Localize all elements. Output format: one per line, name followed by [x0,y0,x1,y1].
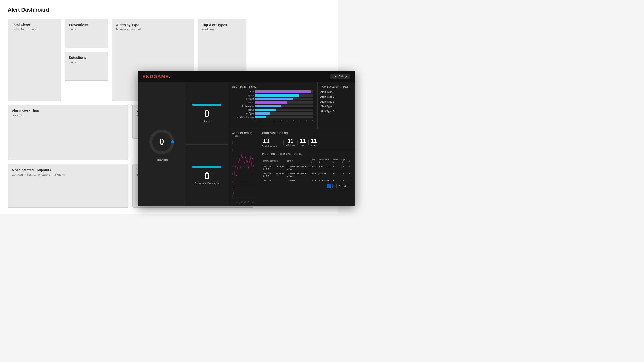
top5-list: Alert Type 1Alert Type 2Alert Type 3Aler… [320,90,352,113]
svg-text:Aug 04: Aug 04 [236,201,237,204]
sort-icon-username[interactable]: ⬍ [319,161,320,163]
bar-label-elasticsearch: elasticsearch [232,105,254,107]
page-button-2[interactable]: 2 [332,184,336,188]
endgame-header: ENDGAME. Last 7 days [138,71,355,82]
pagination: 1234 › [262,183,351,189]
cell-price-1: 69 [332,171,340,178]
metrics-col: 0 Threats 0 Adversary Behaviors [186,82,228,206]
threats-metric: 0 Threats [186,82,228,145]
total-endpoints: 11 Total Endpoints [262,137,277,147]
bar-chart: apmx-packlogstashbeatselasticsearchkiban… [232,90,314,118]
preventions-panel: Preventions metric [65,19,108,48]
sort-icon-cost[interactable]: ⬍ [310,161,312,163]
cell-timestamp-1: 2019-08-02T22:08:51-04:00 [262,171,286,178]
cell-age-0: 32 [340,164,348,171]
svg-text:Aug 06: Aug 06 [242,201,243,204]
bar-row-swiftype: swiftype [232,112,314,115]
cell-time-0: 2019-08-02T18:03:51-04:00 [286,164,310,171]
table-row: 2019-08-02T18:03:51-04:002019-08-02T18:0… [262,164,351,171]
bar-row-beats: beats [232,101,314,104]
cell-cost-0: 32.59 [310,164,318,171]
bar-fill-elasticsearch [255,105,281,107]
cell-cost-1: 34.68 [310,171,318,178]
logo-dot: . [169,74,170,79]
svg-text:Aug 07: Aug 07 [244,201,246,204]
table-body: 2019-08-02T18:03:51-04:002019-08-02T18:0… [262,164,351,183]
bar-label-logstash: logstash [232,98,254,100]
page-button-1[interactable]: 1 [327,184,331,188]
sort-icon-age[interactable]: ⬍ [342,161,343,163]
bar-row-logstash: logstash [232,98,314,100]
col-username: username ⬍ [318,158,332,164]
svg-text:50: 50 [232,172,233,175]
sort-icon-time[interactable]: ⬍ [292,160,294,162]
svg-text:60: 60 [232,164,233,168]
most-infected-panel-bg: Most Infected Endpoints alert count, hos… [8,164,128,208]
top5-section: TOP 5 ALERT TYPES Alert Type 1Alert Type… [318,82,355,129]
col-timestamp: @timestamp ⬍ [262,158,286,164]
bar-track-elasticsearch [255,105,314,107]
line-chart-svg: 90 80 70 60 50 40 30 20 [232,140,254,205]
sort-icon-price[interactable]: ⬍ [333,161,335,163]
page-button-3[interactable]: 3 [338,184,342,188]
endpoints-row: 11 Total Endpoints | 11 Windows | 11 [262,137,351,147]
adversary-bar [192,166,222,168]
donut-center: 0 [159,138,164,146]
bar-label-kibana: kibana [232,109,254,111]
bar-fill-logstash [255,98,293,100]
cell-age-2: 16 [340,178,348,183]
most-infected-table: @timestamp ⬍ time ⬍ cost ⬍ username ⬍ pr… [262,158,351,183]
top5-item-3: Alert Type 4 [320,105,352,108]
page-button-4[interactable]: 4 [343,184,347,188]
svg-text:Aug 08: Aug 08 [247,201,249,204]
svg-text:80: 80 [232,149,233,152]
svg-text:90: 90 [232,141,233,144]
bar-track-x-pack [255,94,314,96]
endgame-logo: ENDGAME. [142,74,170,79]
bar-track-kibana [255,109,314,111]
col-price: price ⬍ [332,158,340,164]
bar-label-machine-learning: machine-learning [232,116,254,118]
cell-c-1: A [348,171,351,178]
bar-fill-swiftype [255,112,270,115]
bar-track-beats [255,101,314,104]
table-header-row: @timestamp ⬍ time ⬍ cost ⬍ username ⬍ pr… [262,158,351,164]
bar-axis: 0 1 2 3 4 5 6 7 8 9 [232,119,314,122]
alerts-over-time-panel: Alerts Over Time line chart [8,105,128,160]
os-divider-3: | [308,139,309,145]
os-divider-1: | [283,139,284,145]
alerts-by-type-section: ALERTS BY TYPE apmx-packlogstashbeatsela… [228,82,318,129]
next-page-arrow[interactable]: › [348,184,349,188]
preventions-detections-col: Preventions metric Detections metric [65,19,108,101]
col-time: time ⬍ [286,158,310,164]
total-alerts-col: 0 Total Alerts [138,82,186,206]
top5-item-0: Alert Type 1 [320,90,352,93]
endpoints-by-os: ENDPOINTS BY OS 11 Total Endpoints | 11 … [258,129,355,150]
bar-row-machine-learning: machine-learning [232,116,314,118]
svg-text:Aug 03: Aug 03 [233,201,234,204]
bar-row-apm: apm [232,90,314,93]
right-bottom: ENDPOINTS BY OS 11 Total Endpoints | 11 … [258,129,355,206]
bar-track-machine-learning [255,116,314,118]
right-col: ALERTS BY TYPE apmx-packlogstashbeatsela… [228,82,355,206]
cell-username-2: phansen1q [318,178,332,183]
cell-timestamp-0: 2019-08-02T18:03:51-04:00 [262,164,286,171]
sort-icon-timestamp[interactable]: ⬍ [277,160,278,162]
os-divider-2: | [297,139,298,145]
bar-fill-x-pack [255,94,299,96]
top5-item-4: Alert Type 5 [320,110,352,113]
table-row: 2019-08-2019-08-46.78phansen1q3716D [262,178,351,183]
svg-text:30: 30 [232,188,233,191]
bar-row-kibana: kibana [232,109,314,111]
col-c: c [348,158,351,164]
endgame-dashboard: ENDGAME. Last 7 days 0 Total Alerts 0 [138,71,355,206]
time-filter[interactable]: Last 7 days [330,74,350,79]
svg-text:Aug 05: Aug 05 [238,201,240,204]
bar-row-x-pack: x-pack [232,94,314,96]
cell-price-0: 53 [332,164,340,171]
logo-text: ENDGAME [142,74,169,79]
cell-c-2: D [348,178,351,183]
cell-time-1: 2019-08-02T22:08:51-04:00 [286,171,310,178]
adversary-behaviors-metric: 0 Adversary Behaviors [186,145,228,207]
col-age: age ⬍ [340,158,348,164]
